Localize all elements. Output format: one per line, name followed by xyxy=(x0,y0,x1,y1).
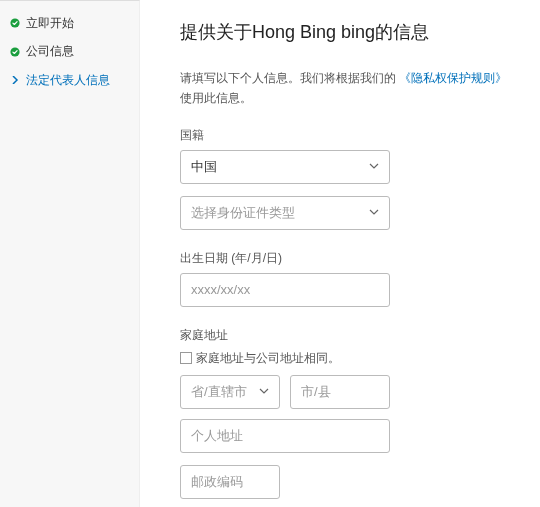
nationality-label: 国籍 xyxy=(180,127,510,144)
chevron-down-icon xyxy=(369,159,379,174)
chevron-down-icon xyxy=(369,205,379,220)
check-icon xyxy=(10,18,20,28)
province-placeholder: 省/直辖市 xyxy=(191,383,247,401)
sidebar: 立即开始 公司信息 法定代表人信息 xyxy=(0,0,140,507)
same-address-row[interactable]: 家庭地址与公司地址相同。 xyxy=(180,350,510,367)
sidebar-item-company[interactable]: 公司信息 xyxy=(0,37,139,65)
page-description: 请填写以下个人信息。我们将根据我们的 《隐私权保护规则》 使用此信息。 xyxy=(180,68,510,109)
id-type-select[interactable]: 选择身份证件类型 xyxy=(180,196,390,230)
city-input[interactable]: 市/县 xyxy=(290,375,390,409)
sidebar-item-representative[interactable]: 法定代表人信息 xyxy=(0,66,139,94)
postal-input[interactable]: 邮政编码 xyxy=(180,465,280,499)
dob-input[interactable]: xxxx/xx/xx xyxy=(180,273,390,307)
province-select[interactable]: 省/直辖市 xyxy=(180,375,280,409)
chevron-right-icon xyxy=(10,75,20,85)
sidebar-item-label: 立即开始 xyxy=(26,13,74,33)
nationality-select[interactable]: 中国 xyxy=(180,150,390,184)
chevron-down-icon xyxy=(259,384,269,399)
page-title: 提供关于Hong Bing bing的信息 xyxy=(180,20,510,44)
street-placeholder: 个人地址 xyxy=(191,427,243,445)
same-address-checkbox[interactable] xyxy=(180,352,192,364)
address-label: 家庭地址 xyxy=(180,327,510,344)
sidebar-item-label: 法定代表人信息 xyxy=(26,70,110,90)
dob-placeholder: xxxx/xx/xx xyxy=(191,282,250,297)
nationality-section: 国籍 中国 选择身份证件类型 xyxy=(180,127,510,230)
same-address-text: 家庭地址与公司地址相同。 xyxy=(196,350,340,367)
privacy-link[interactable]: 《隐私权保护规则》 xyxy=(399,71,507,85)
address-section: 家庭地址 家庭地址与公司地址相同。 省/直辖市 市/县 个人地址 xyxy=(180,327,510,499)
main-content: 提供关于Hong Bing bing的信息 请填写以下个人信息。我们将根据我们的… xyxy=(140,0,540,507)
dob-section: 出生日期 (年/月/日) xxxx/xx/xx xyxy=(180,250,510,307)
dob-label: 出生日期 (年/月/日) xyxy=(180,250,510,267)
sidebar-item-start[interactable]: 立即开始 xyxy=(0,9,139,37)
check-icon xyxy=(10,47,20,57)
city-placeholder: 市/县 xyxy=(301,383,331,401)
nationality-value: 中国 xyxy=(191,158,217,176)
id-type-placeholder: 选择身份证件类型 xyxy=(191,204,295,222)
desc-text-prefix: 请填写以下个人信息。我们将根据我们的 xyxy=(180,71,396,85)
desc-text-suffix: 使用此信息。 xyxy=(180,91,252,105)
street-input[interactable]: 个人地址 xyxy=(180,419,390,453)
sidebar-item-label: 公司信息 xyxy=(26,41,74,61)
postal-placeholder: 邮政编码 xyxy=(191,473,243,491)
